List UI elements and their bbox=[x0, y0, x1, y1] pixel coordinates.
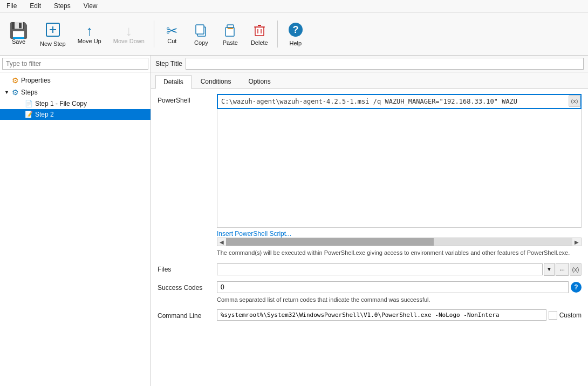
files-browse-button[interactable]: ... bbox=[556, 263, 569, 276]
move-down-icon: ↓ bbox=[125, 24, 132, 38]
steps-icon: ⚙ bbox=[12, 88, 19, 97]
svg-rect-8 bbox=[255, 27, 264, 36]
left-panel: ⚙ Properties ▼ ⚙ Steps 📄 Step 1 - File C… bbox=[0, 56, 151, 386]
help-icon: ? bbox=[288, 22, 304, 40]
properties-label: Properties bbox=[21, 77, 51, 84]
copy-button[interactable]: Copy bbox=[188, 19, 215, 49]
toolbar-separator-2 bbox=[277, 21, 278, 48]
help-button[interactable]: ? Help bbox=[282, 19, 309, 49]
command-line-label: Command Line bbox=[158, 309, 217, 320]
menu-edit[interactable]: Edit bbox=[28, 1, 43, 11]
step2-icon: 📝 bbox=[25, 111, 33, 118]
success-codes-control: ? Comma separated list of return codes t… bbox=[217, 281, 582, 304]
content-area: PowerShell (x) Insert PowerShell Script.… bbox=[151, 89, 588, 386]
tabs-row: Details Conditions Options bbox=[151, 72, 588, 89]
tab-options[interactable]: Options bbox=[240, 75, 278, 88]
tab-conditions[interactable]: Conditions bbox=[193, 75, 240, 88]
ps-scrollbar[interactable]: ◀ ▶ bbox=[217, 238, 582, 246]
command-line-input[interactable] bbox=[217, 309, 546, 321]
svg-text:?: ? bbox=[292, 24, 298, 35]
tab-details[interactable]: Details bbox=[155, 75, 192, 89]
menubar: File Edit Steps View bbox=[0, 0, 588, 12]
step-title-label: Step Title bbox=[155, 60, 182, 67]
delete-button[interactable]: Delete bbox=[246, 19, 273, 49]
powershell-input[interactable] bbox=[217, 94, 582, 109]
filter-input[interactable] bbox=[2, 58, 148, 70]
copy-label: Copy bbox=[194, 39, 208, 46]
move-down-label: Move Down bbox=[113, 38, 145, 44]
move-up-button[interactable]: ↑ Move Up bbox=[73, 21, 106, 47]
command-line-control: Custom bbox=[217, 309, 582, 321]
ps-scroll-left[interactable]: ◀ bbox=[217, 239, 226, 245]
step1-label: Step 1 - File Copy bbox=[35, 100, 87, 107]
delete-icon bbox=[252, 22, 267, 39]
save-button[interactable]: 💾 Save bbox=[4, 21, 33, 48]
move-down-button[interactable]: ↓ Move Down bbox=[108, 21, 149, 47]
ps-input-wrap: (x) bbox=[217, 94, 582, 109]
files-label: Files bbox=[158, 263, 217, 273]
tree-item-steps[interactable]: ▼ ⚙ Steps bbox=[0, 86, 151, 98]
powershell-label: PowerShell bbox=[158, 94, 217, 104]
step1-icon: 📄 bbox=[25, 100, 33, 107]
success-codes-info: Comma separated list of return codes tha… bbox=[217, 295, 582, 304]
filter-box bbox=[0, 56, 151, 72]
step-title-row: Step Title bbox=[151, 56, 588, 72]
help-label: Help bbox=[290, 40, 302, 46]
step2-label: Step 2 bbox=[35, 111, 54, 118]
paste-label: Paste bbox=[223, 39, 238, 46]
paste-icon bbox=[223, 22, 238, 39]
menu-view[interactable]: View bbox=[81, 1, 100, 11]
move-up-label: Move Up bbox=[78, 38, 101, 44]
save-label: Save bbox=[12, 38, 25, 45]
properties-icon: ⚙ bbox=[12, 76, 19, 85]
cut-button[interactable]: ✂ Cut bbox=[159, 21, 186, 47]
copy-icon bbox=[194, 22, 209, 39]
tree-item-properties[interactable]: ⚙ Properties bbox=[0, 75, 151, 86]
tree-item-step2[interactable]: 📝 Step 2 bbox=[0, 109, 151, 120]
paste-button[interactable]: Paste bbox=[217, 19, 244, 49]
ps-scroll-right[interactable]: ▶ bbox=[572, 239, 581, 245]
svg-rect-7 bbox=[227, 25, 234, 28]
right-panel: Step Title Details Conditions Options Po… bbox=[151, 56, 588, 386]
success-codes-row: Success Codes ? Comma separated list of … bbox=[158, 281, 582, 304]
success-codes-help-button[interactable]: ? bbox=[571, 282, 582, 293]
menu-file[interactable]: File bbox=[4, 1, 19, 11]
files-input[interactable] bbox=[217, 263, 543, 275]
files-clear-button[interactable]: (x) bbox=[570, 263, 582, 276]
command-line-custom-label: Custom bbox=[559, 311, 582, 319]
ps-scroll-thumb bbox=[226, 238, 434, 246]
svg-rect-4 bbox=[196, 25, 204, 34]
steps-label: Steps bbox=[21, 89, 38, 96]
tree-item-step1[interactable]: 📄 Step 1 - File Copy bbox=[0, 98, 151, 109]
new-step-label: New Step bbox=[40, 40, 66, 47]
files-input-wrap: ▼ ... (x) bbox=[217, 263, 582, 276]
ps-insert-link[interactable]: Insert PowerShell Script... bbox=[217, 230, 582, 238]
toolbar: 💾 Save New Step ↑ Move Up ↓ Move Down ✂ … bbox=[0, 12, 588, 56]
new-step-icon bbox=[44, 21, 61, 40]
files-dropdown-button[interactable]: ▼ bbox=[544, 263, 555, 276]
cut-icon: ✂ bbox=[166, 24, 178, 38]
powershell-control: (x) Insert PowerShell Script... ◀ ▶ The … bbox=[217, 94, 582, 258]
step-title-input[interactable] bbox=[186, 58, 584, 70]
ps-info-text: The command(s) will be executed within P… bbox=[217, 248, 582, 258]
menu-steps[interactable]: Steps bbox=[52, 1, 73, 11]
toolbar-separator-1 bbox=[154, 21, 154, 48]
cmdline-wrap: Custom bbox=[217, 309, 582, 321]
command-line-custom-checkbox[interactable] bbox=[549, 311, 557, 320]
main-layout: ⚙ Properties ▼ ⚙ Steps 📄 Step 1 - File C… bbox=[0, 56, 588, 386]
ps-scroll-track bbox=[226, 238, 572, 246]
move-up-icon: ↑ bbox=[86, 24, 93, 38]
new-step-button[interactable]: New Step bbox=[35, 18, 71, 50]
success-codes-label: Success Codes bbox=[158, 281, 217, 292]
files-row: Files ▼ ... (x) bbox=[158, 263, 582, 276]
save-icon: 💾 bbox=[9, 23, 28, 38]
ps-clear-button[interactable]: (x) bbox=[569, 95, 580, 107]
tree: ⚙ Properties ▼ ⚙ Steps 📄 Step 1 - File C… bbox=[0, 72, 151, 386]
powershell-row: PowerShell (x) Insert PowerShell Script.… bbox=[158, 94, 582, 258]
ps-script-area[interactable] bbox=[217, 109, 582, 228]
cut-label: Cut bbox=[167, 38, 176, 44]
command-line-row: Command Line Custom bbox=[158, 309, 582, 321]
steps-expand-icon: ▼ bbox=[4, 90, 12, 95]
success-input-wrap: ? bbox=[217, 281, 582, 293]
success-codes-input[interactable] bbox=[217, 281, 569, 293]
